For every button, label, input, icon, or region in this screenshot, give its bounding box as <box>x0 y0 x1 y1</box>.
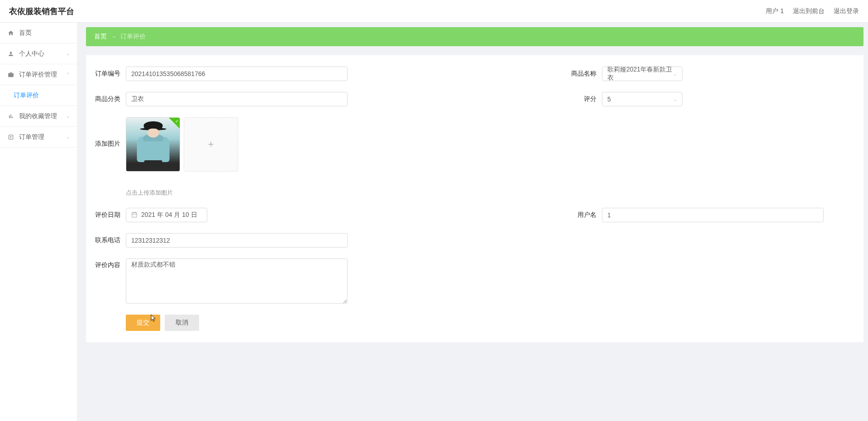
sidebar-item-order-mgmt[interactable]: 订单管理 ⌄ <box>0 127 77 148</box>
sidebar-item-personal[interactable]: 个人中心 ⌄ <box>0 43 77 64</box>
chevron-up-icon: ⌃ <box>66 72 70 77</box>
review-date-input[interactable]: 2021 年 04 月 10 日 <box>126 208 207 222</box>
rating-select[interactable]: 5 ⌄ <box>602 92 682 106</box>
sidebar-item-collection-mgmt[interactable]: 我的收藏管理 ⌄ <box>0 106 77 127</box>
form-item-phone: 联系电话 <box>95 233 348 248</box>
order-icon <box>7 134 14 141</box>
form-item-add-image: 添加图片 <box>95 117 238 197</box>
category-label: 商品分类 <box>95 95 120 103</box>
svg-rect-0 <box>9 135 13 139</box>
sidebar-item-label: 我的收藏管理 <box>19 112 57 120</box>
sidebar-item-home[interactable]: 首页 <box>0 23 77 43</box>
sidebar-item-order-review[interactable]: 订单评价 <box>0 85 77 106</box>
cancel-button[interactable]: 取消 <box>165 315 199 331</box>
sidebar-item-order-review-mgmt[interactable]: 订单评价管理 ⌃ <box>0 64 77 85</box>
submit-button[interactable]: 提交 <box>126 315 160 331</box>
home-icon <box>7 29 14 37</box>
sidebar-item-label: 订单管理 <box>19 133 44 141</box>
sidebar-item-label: 首页 <box>19 29 32 37</box>
user-label[interactable]: 用户 1 <box>766 7 784 15</box>
form-item-review-date: 评价日期 2021 年 04 月 10 日 <box>95 208 207 222</box>
category-input[interactable] <box>126 92 348 106</box>
sidebar: 首页 个人中心 ⌄ 订单评价管理 ⌃ 订单评价 我的收藏管理 ⌄ <box>0 23 77 421</box>
breadcrumb-home[interactable]: 首页 <box>94 33 107 41</box>
breadcrumb-current: 订单评价 <box>120 33 146 41</box>
phone-label: 联系电话 <box>95 236 120 244</box>
svg-rect-1 <box>132 212 137 217</box>
uploaded-image[interactable] <box>126 117 180 172</box>
form-item-content: 评价内容 <box>95 258 348 304</box>
sidebar-item-label: 订单评价 <box>14 91 39 100</box>
header: 衣依服装销售平台 用户 1 退出到前台 退出登录 <box>0 0 868 23</box>
rating-value: 5 <box>607 96 611 103</box>
header-actions: 用户 1 退出到前台 退出登录 <box>766 7 859 15</box>
form-item-category: 商品分类 <box>95 92 348 106</box>
content-textarea[interactable] <box>126 258 348 304</box>
rating-label: 评分 <box>571 95 596 103</box>
add-image-label: 添加图片 <box>95 140 120 148</box>
app-title: 衣依服装销售平台 <box>9 6 74 17</box>
username-label: 用户名 <box>575 211 596 219</box>
form-item-product-name: 商品名称 歌莉娅2021年春新款卫衣 ⌄ <box>571 67 682 81</box>
breadcrumb: 首页 → 订单评价 <box>86 27 863 46</box>
upload-add-button[interactable]: + <box>184 117 238 172</box>
chevron-down-icon: ⌄ <box>673 97 677 102</box>
form-card: 订单编号 商品名称 歌莉娅2021年春新款卫衣 ⌄ 商品分类 评分 <box>86 55 863 342</box>
chevron-down-icon: ⌄ <box>66 114 70 119</box>
upload-hint: 点击上传添加图片 <box>126 189 238 197</box>
logout-link[interactable]: 退出登录 <box>834 7 859 15</box>
content-label: 评价内容 <box>95 261 120 269</box>
user-icon <box>7 50 14 57</box>
back-to-front-link[interactable]: 退出到前台 <box>793 7 825 15</box>
briefcase-icon <box>7 71 14 78</box>
product-name-value: 歌莉娅2021年春新款卫衣 <box>607 66 673 82</box>
product-name-label: 商品名称 <box>571 70 596 78</box>
form-item-order-no: 订单编号 <box>95 67 348 81</box>
product-name-select[interactable]: 歌莉娅2021年春新款卫衣 ⌄ <box>602 67 682 81</box>
review-date-value: 2021 年 04 月 10 日 <box>141 211 197 219</box>
review-date-label: 评价日期 <box>95 211 120 219</box>
chevron-down-icon: ⌄ <box>66 134 70 139</box>
check-icon <box>169 118 180 129</box>
chart-icon <box>7 113 14 120</box>
plus-icon: + <box>208 139 214 150</box>
username-input[interactable] <box>602 208 824 222</box>
chevron-down-icon: ⌄ <box>66 51 70 56</box>
chevron-down-icon: ⌄ <box>673 72 677 77</box>
sidebar-item-label: 个人中心 <box>19 50 44 58</box>
form-item-username: 用户名 <box>575 208 824 222</box>
phone-input[interactable] <box>126 233 348 248</box>
form-item-rating: 评分 5 ⌄ <box>571 92 682 106</box>
calendar-icon <box>131 211 138 219</box>
sidebar-item-label: 订单评价管理 <box>19 71 57 79</box>
order-no-input[interactable] <box>126 67 348 81</box>
breadcrumb-separator: → <box>110 33 117 40</box>
order-no-label: 订单编号 <box>95 70 120 78</box>
